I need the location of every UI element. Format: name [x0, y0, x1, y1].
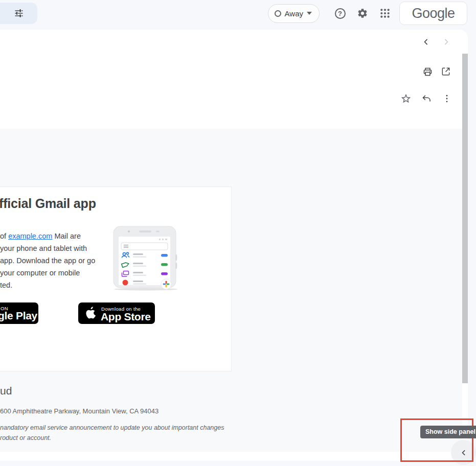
apps-grid-icon — [380, 8, 390, 18]
google-logo-text: Google — [412, 6, 455, 21]
blue-pill — [161, 254, 168, 257]
paragraph-line: ted. — [0, 279, 95, 291]
open-in-new-icon — [441, 66, 451, 77]
paragraph-text: of — [0, 232, 8, 240]
appstore-badge-main-text: App Store — [101, 311, 151, 323]
google-logo[interactable]: Google — [399, 2, 467, 25]
caret-down-icon — [307, 12, 312, 15]
phone-illustration — [110, 223, 177, 292]
google-play-badge[interactable]: ON gle Play — [0, 302, 38, 324]
star-button[interactable] — [399, 91, 413, 106]
help-button[interactable]: ? — [329, 2, 351, 25]
phone-status-icons — [159, 239, 167, 240]
open-in-new-button[interactable] — [439, 64, 453, 79]
paragraph-line: your computer or mobile — [0, 267, 95, 279]
gear-icon — [357, 8, 368, 19]
red-dot-icon — [123, 280, 128, 286]
purple-pill — [161, 272, 168, 275]
email-heading: fficial Gmail app — [0, 196, 96, 211]
play-badge-main-text: gle Play — [0, 310, 37, 322]
tune-icon — [14, 8, 24, 18]
help-icon: ? — [335, 8, 346, 19]
phone-camera-dot — [128, 230, 130, 232]
status-chip[interactable]: Away — [268, 4, 320, 23]
show-side-panel-button[interactable] — [451, 440, 476, 465]
reply-icon — [421, 94, 432, 104]
print-icon — [422, 66, 433, 77]
footer-brand-fragment: ud — [0, 385, 12, 397]
vertical-scrollbar-thumb[interactable] — [462, 54, 468, 383]
compose-fab-icon — [161, 279, 171, 289]
help-glyph: ? — [338, 10, 342, 17]
horizontal-scrollbar-track[interactable] — [0, 452, 468, 461]
status-label: Away — [285, 9, 303, 18]
paragraph-line: your phone and tablet with — [0, 242, 95, 254]
search-options-button[interactable] — [0, 3, 37, 24]
status-away-icon — [275, 10, 281, 17]
paragraph-text: Mail are — [52, 232, 81, 240]
example-com-link[interactable]: example.com — [8, 232, 52, 240]
app-store-badge[interactable]: Download on the App Store — [78, 302, 155, 324]
paragraph-line: app. Download the app or go — [0, 254, 95, 267]
older-email-button[interactable] — [439, 35, 454, 49]
top-bar-actions: Away ? Google — [268, 0, 467, 27]
email-paragraph: of example.com Mail are your phone and t… — [0, 230, 95, 291]
paragraph-line: of example.com Mail are — [0, 230, 95, 242]
footer-address: 600 Amphitheatre Parkway, Mountain View,… — [0, 407, 158, 415]
footer-disclaimer-line2: roduct or account. — [0, 434, 51, 441]
show-side-panel-chevron-icon — [459, 448, 469, 458]
reply-button[interactable] — [419, 91, 434, 106]
chevron-right-icon — [441, 37, 451, 47]
print-button[interactable] — [420, 64, 435, 79]
phone-speaker — [139, 230, 151, 232]
newer-email-button[interactable] — [419, 35, 433, 49]
apple-icon — [86, 307, 96, 319]
phone-search-bar — [121, 243, 168, 250]
apps-button[interactable] — [374, 2, 396, 25]
settings-button[interactable] — [351, 2, 374, 25]
more-options-button[interactable] — [440, 91, 454, 106]
more-vert-icon — [442, 94, 452, 104]
footer-disclaimer-line1: nandatory email service announcement to … — [0, 424, 224, 431]
star-icon — [400, 93, 412, 104]
gmail-window: Away ? Google — [0, 0, 476, 466]
chevron-left-icon — [421, 37, 431, 47]
side-panel-tooltip: Show side panel — [420, 426, 476, 438]
green-pill — [161, 263, 168, 266]
